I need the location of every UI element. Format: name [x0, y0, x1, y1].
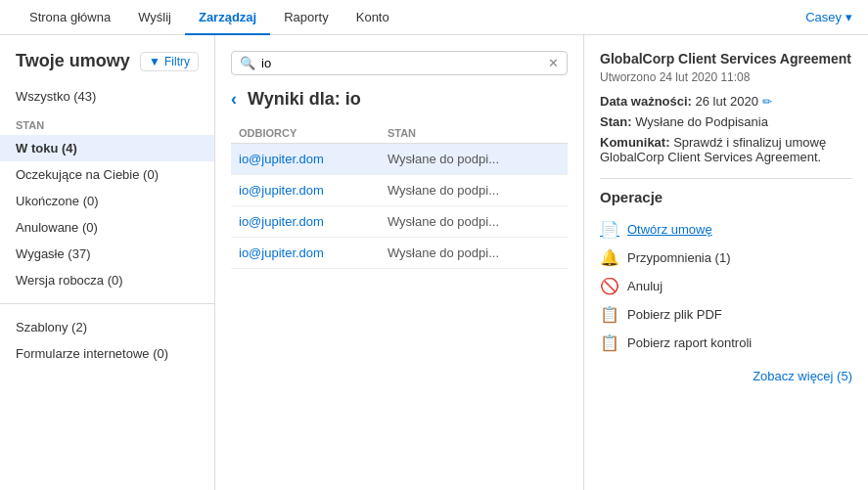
search-clear-button[interactable]: ✕ [548, 56, 559, 70]
op-icon-pdf: 📋 [600, 305, 619, 324]
op-label-reminder: Przypomnienia (1) [627, 250, 731, 265]
op-icon-cancel: 🚫 [600, 277, 619, 295]
detail-panel: GlobalCorp Client Services Agreement Utw… [584, 35, 868, 490]
operation-item-open[interactable]: 📄Otwórz umowę [600, 215, 852, 244]
table-row[interactable]: io@jupiter.dom Wysłane do podpi... [231, 175, 568, 206]
see-more-button[interactable]: Zobacz więcej (5) [600, 369, 852, 383]
status-cell: Wysłane do podpi... [380, 238, 568, 269]
operation-item-audit[interactable]: 📋Pobierz raport kontroli [600, 329, 852, 357]
detail-message-label: Komunikat: [600, 135, 670, 150]
sidebar-item-all[interactable]: Wszystko (43) [0, 83, 214, 110]
edit-date-icon[interactable]: ✏ [762, 95, 772, 109]
col-recipients: ODBIORCY [231, 123, 380, 144]
nav-home[interactable]: Strona główna [16, 0, 124, 35]
operation-item-reminder[interactable]: 🔔Przypomnienia (1) [600, 244, 852, 272]
recipient-cell: io@jupiter.dom [231, 144, 380, 175]
filter-button[interactable]: ▼ Filtry [140, 52, 199, 71]
results-heading: ‹ Wyniki dla: io [231, 89, 568, 110]
nav-reports[interactable]: Raporty [270, 0, 343, 35]
main-layout: Twoje umowy ▼ Filtry Wszystko (43) STAN … [0, 35, 868, 490]
nav-send[interactable]: Wyślij [124, 0, 185, 35]
detail-date-field: Data ważności: 26 lut 2020 ✏ [600, 94, 852, 109]
op-icon-open: 📄 [600, 220, 619, 239]
search-input[interactable] [261, 56, 548, 70]
status-cell: Wysłane do podpi... [380, 144, 568, 175]
sidebar: Twoje umowy ▼ Filtry Wszystko (43) STAN … [0, 35, 215, 490]
op-icon-audit: 📋 [600, 334, 619, 352]
sidebar-title: Twoje umowy [16, 51, 130, 71]
detail-date-label: Data ważności: [600, 94, 692, 109]
table-row[interactable]: io@jupiter.dom Wysłane do podpi... [231, 206, 568, 238]
recipient-cell: io@jupiter.dom [231, 175, 380, 206]
sidebar-item-draft[interactable]: Wersja robocza (0) [0, 267, 214, 293]
content-area: 🔍 ✕ ‹ Wyniki dla: io ODBIORCY STAN io@ju… [215, 35, 584, 490]
sidebar-item-waiting[interactable]: Oczekujące na Ciebie (0) [0, 161, 214, 188]
operation-item-pdf[interactable]: 📋Pobierz plik PDF [600, 300, 852, 329]
operations-list: 📄Otwórz umowę🔔Przypomnienia (1)🚫Anuluj📋P… [600, 215, 852, 357]
detail-created: Utworzono 24 lut 2020 11:08 [600, 70, 852, 84]
sidebar-item-templates[interactable]: Szablony (2) [0, 314, 214, 340]
operation-item-cancel[interactable]: 🚫Anuluj [600, 272, 852, 300]
col-status: STAN [380, 123, 568, 144]
detail-date-value: 26 lut 2020 [696, 94, 758, 109]
op-label-pdf: Pobierz plik PDF [627, 307, 722, 322]
sidebar-item-forms[interactable]: Formularze internetowe (0) [0, 340, 214, 367]
op-icon-reminder: 🔔 [600, 248, 619, 267]
filter-icon: ▼ [149, 55, 160, 68]
nav-manage[interactable]: Zarządzaj [185, 0, 270, 35]
table-row[interactable]: io@jupiter.dom Wysłane do podpi... [231, 144, 568, 175]
detail-status-label: Stan: [600, 114, 632, 129]
top-nav: Strona główna Wyślij Zarządzaj Raporty K… [0, 0, 868, 35]
recipient-cell: io@jupiter.dom [231, 238, 380, 269]
op-label-audit: Pobierz raport kontroli [627, 335, 752, 350]
detail-message-field: Komunikat: Sprawdź i sfinalizuj umowę Gl… [600, 135, 852, 164]
user-menu[interactable]: Casey ▾ [805, 10, 852, 24]
table-row[interactable]: io@jupiter.dom Wysłane do podpi... [231, 238, 568, 269]
sidebar-title-row: Twoje umowy ▼ Filtry [0, 51, 214, 83]
op-label-cancel: Anuluj [627, 279, 662, 293]
user-name: Casey [805, 10, 842, 24]
sidebar-section-status: STAN [0, 110, 214, 135]
sidebar-item-in-progress[interactable]: W toku (4) [0, 135, 214, 161]
op-label-open: Otwórz umowę [627, 222, 712, 237]
sidebar-item-expired[interactable]: Wygasłe (37) [0, 241, 214, 267]
chevron-down-icon: ▾ [845, 10, 852, 24]
operations-title: Operacje [600, 189, 852, 205]
status-cell: Wysłane do podpi... [380, 175, 568, 206]
search-icon: 🔍 [240, 56, 255, 70]
sidebar-item-done[interactable]: Ukończone (0) [0, 188, 214, 214]
nav-account[interactable]: Konto [343, 0, 403, 35]
contract-table: ODBIORCY STAN io@jupiter.dom Wysłane do … [231, 123, 568, 269]
status-cell: Wysłane do podpi... [380, 206, 568, 238]
results-label: Wyniki dla: [248, 89, 345, 109]
search-bar: 🔍 ✕ [231, 51, 568, 75]
detail-title: GlobalCorp Client Services Agreement [600, 51, 852, 67]
detail-status-value: Wysłane do Podpisania [635, 114, 768, 129]
sidebar-item-cancelled[interactable]: Anulowane (0) [0, 214, 214, 241]
results-query: io [345, 89, 361, 109]
recipient-cell: io@jupiter.dom [231, 206, 380, 238]
back-arrow[interactable]: ‹ [231, 89, 237, 109]
detail-status-field: Stan: Wysłane do Podpisania [600, 114, 852, 129]
